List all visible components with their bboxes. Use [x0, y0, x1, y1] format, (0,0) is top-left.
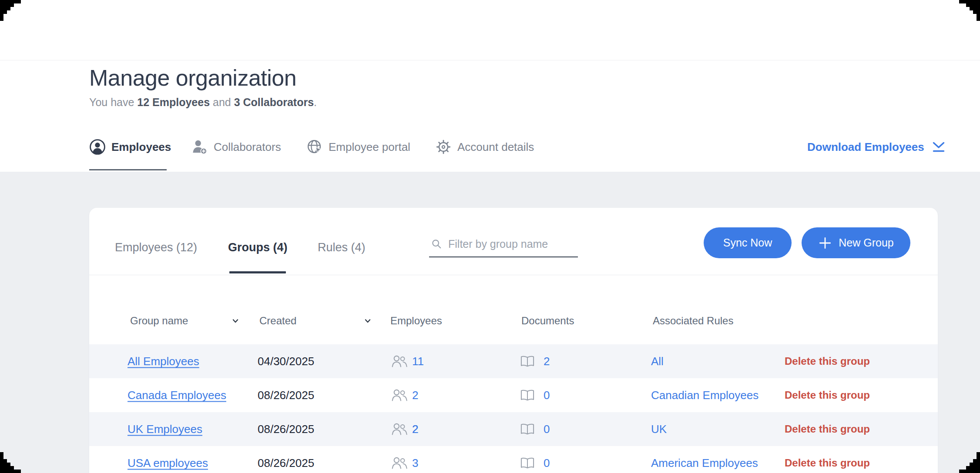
created-date: 04/30/2025: [258, 355, 314, 368]
groups-table-header: Group name Created Employees Documents: [89, 275, 938, 344]
table-row: Canada Employees 08/26/2025 2: [89, 378, 938, 412]
card-tab-groups[interactable]: Groups (4): [228, 241, 288, 254]
group-name-link[interactable]: All Employees: [128, 355, 199, 368]
gear-icon: [435, 139, 452, 155]
search-icon: [431, 238, 442, 250]
created-date: 08/26/2025: [258, 423, 314, 436]
associated-rule-link[interactable]: All: [651, 355, 664, 368]
column-header-employees: Employees: [390, 315, 442, 327]
active-tab-underline: [89, 169, 167, 170]
group-name-link[interactable]: USA employees: [128, 456, 208, 470]
document-count-link[interactable]: 0: [544, 423, 550, 436]
download-icon: [931, 140, 946, 153]
documents-header-label: Documents: [521, 315, 574, 327]
sync-now-label: Sync Now: [723, 236, 772, 249]
column-header-associated-rules: Associated Rules: [653, 315, 733, 327]
subtitle-and: and: [210, 96, 234, 108]
book-icon: [520, 355, 535, 368]
card-tab-employees[interactable]: Employees (12): [115, 241, 197, 254]
book-icon: [520, 389, 535, 402]
tab-account-details[interactable]: Account details: [435, 135, 534, 159]
tab-employee-portal[interactable]: Employee portal: [306, 135, 410, 159]
group-filter: [429, 234, 578, 257]
book-icon: [520, 456, 535, 470]
new-group-label: New Group: [839, 236, 893, 249]
table-row: All Employees 04/30/2025 11: [89, 344, 938, 378]
employee-count-link[interactable]: 2: [412, 389, 418, 402]
group-name-header-label: Group name: [130, 315, 188, 327]
group-name-sort-chevron-icon[interactable]: [231, 316, 240, 325]
employees-header-label: Employees: [390, 315, 442, 327]
filter-by-group-name-input[interactable]: [448, 238, 576, 250]
manage-organization-screen: Manage organization You have 12 Employee…: [0, 0, 980, 473]
column-header-documents: Documents: [521, 315, 574, 327]
subtitle-period: .: [314, 96, 317, 108]
download-employees-button[interactable]: Download Employees: [807, 135, 946, 159]
card-active-tab-underline: [229, 271, 286, 273]
users-icon: [391, 423, 408, 436]
associated-rule-link[interactable]: UK: [651, 423, 667, 436]
sync-now-button[interactable]: Sync Now: [704, 227, 792, 258]
tab-employees[interactable]: Employees: [89, 135, 171, 159]
document-count-link[interactable]: 0: [544, 456, 550, 470]
groups-card: Employees (12) Groups (4) Rules (4) Sync…: [89, 208, 938, 473]
book-icon: [520, 423, 535, 436]
users-icon: [391, 456, 408, 470]
employees-tab-icon: [89, 139, 106, 155]
tab-account-details-label: Account details: [457, 140, 534, 154]
associated-rule-link[interactable]: Canadian Employees: [651, 389, 758, 402]
table-row: USA employees 08/26/2025 3: [89, 446, 938, 473]
employee-count-link[interactable]: 3: [412, 456, 418, 470]
plus-icon: [818, 236, 832, 250]
page-subtitle: You have 12 Employees and 3 Collaborator…: [89, 96, 317, 109]
document-count-link[interactable]: 0: [544, 389, 550, 402]
created-header-label: Created: [259, 315, 296, 327]
page-title: Manage organization: [89, 65, 296, 91]
card-tab-rules[interactable]: Rules (4): [318, 241, 366, 254]
tab-employee-portal-label: Employee portal: [329, 140, 410, 154]
content-area: Employees (12) Groups (4) Rules (4) Sync…: [0, 172, 980, 473]
delete-group-button[interactable]: Delete this group: [785, 457, 870, 469]
employee-count-link[interactable]: 11: [412, 355, 424, 368]
users-icon: [391, 355, 408, 368]
associated-rule-link[interactable]: American Employees: [651, 456, 758, 470]
users-icon: [391, 389, 408, 402]
collaborators-icon: [191, 139, 208, 155]
employees-count: 12 Employees: [137, 96, 210, 108]
document-count-link[interactable]: 2: [544, 355, 550, 368]
created-date: 08/26/2025: [258, 389, 314, 402]
delete-group-button[interactable]: Delete this group: [785, 423, 870, 435]
group-name-link[interactable]: Canada Employees: [128, 389, 226, 402]
column-header-group-name[interactable]: Group name: [130, 315, 188, 327]
table-row: UK Employees 08/26/2025 2: [89, 412, 938, 446]
top-window-strip: [0, 0, 980, 60]
group-name-link[interactable]: UK Employees: [128, 423, 202, 436]
created-date: 08/26/2025: [258, 456, 314, 470]
download-employees-label: Download Employees: [807, 140, 924, 154]
employee-count-link[interactable]: 2: [412, 423, 418, 436]
collaborators-count: 3 Collaborators: [234, 96, 314, 108]
subtitle-prefix: You have: [89, 96, 137, 108]
created-sort-chevron-icon[interactable]: [363, 316, 372, 325]
groups-table-body: All Employees 04/30/2025 11: [89, 344, 938, 473]
tab-collaborators-label: Collaborators: [214, 140, 281, 154]
new-group-button[interactable]: New Group: [802, 227, 910, 258]
column-header-created[interactable]: Created: [259, 315, 296, 327]
page-header: Manage organization You have 12 Employee…: [0, 60, 980, 172]
tab-collaborators[interactable]: Collaborators: [191, 135, 281, 159]
globe-cursor-icon: [306, 139, 323, 155]
tab-employees-label: Employees: [111, 140, 171, 154]
delete-group-button[interactable]: Delete this group: [785, 389, 870, 401]
associated-rules-header-label: Associated Rules: [653, 315, 733, 327]
delete-group-button[interactable]: Delete this group: [785, 355, 870, 367]
